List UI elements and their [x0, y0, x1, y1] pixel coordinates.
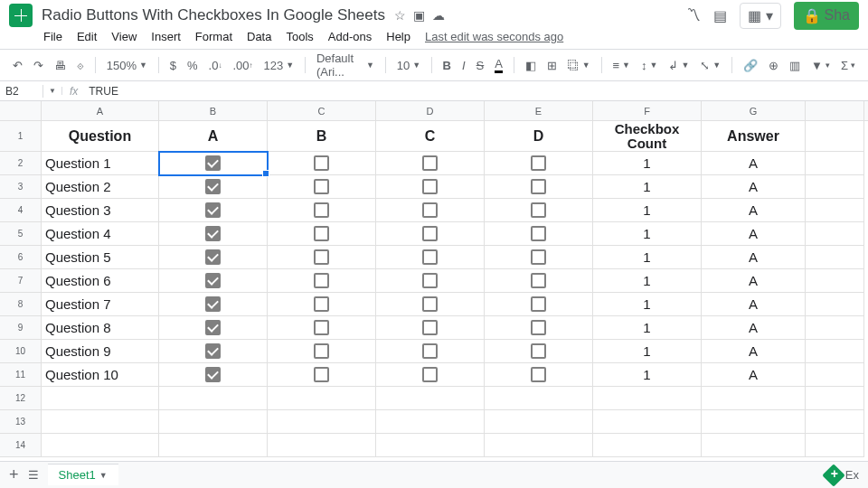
cell-B5[interactable] [159, 222, 268, 246]
row-header-1[interactable]: 1 [0, 121, 42, 152]
menu-data[interactable]: Data [247, 30, 271, 43]
cell-C6[interactable] [268, 246, 376, 269]
checkbox-icon[interactable] [531, 249, 546, 265]
checkbox-icon[interactable] [314, 273, 329, 288]
checkbox-icon[interactable] [531, 367, 546, 382]
cell-G10[interactable]: A [702, 340, 806, 363]
cell-extra[interactable] [806, 121, 864, 152]
checkbox-icon[interactable] [422, 249, 438, 265]
cell-D10[interactable] [376, 340, 485, 363]
checkbox-icon[interactable] [314, 202, 329, 218]
cell-G14[interactable] [702, 434, 806, 457]
cell-D8[interactable] [376, 293, 485, 316]
cell-A8[interactable]: Question 7 [42, 293, 159, 316]
cell-F12[interactable] [593, 387, 702, 410]
checkbox-icon[interactable] [531, 320, 546, 335]
row-header-11[interactable]: 11 [0, 363, 42, 387]
checkbox-icon[interactable] [422, 296, 438, 312]
cell-C11[interactable] [268, 363, 376, 387]
col-header-E[interactable]: E [485, 101, 593, 120]
cell-E5[interactable] [485, 222, 593, 246]
cell-A12[interactable] [42, 387, 159, 410]
cell-extra-7[interactable] [806, 269, 864, 293]
col-header-B[interactable]: B [159, 101, 268, 120]
cell-C10[interactable] [268, 340, 376, 363]
cell-G8[interactable]: A [702, 293, 806, 316]
cell-C3[interactable] [268, 175, 376, 199]
checkbox-icon[interactable] [422, 343, 438, 359]
cell-D11[interactable] [376, 363, 485, 387]
strike-button[interactable]: S [473, 57, 488, 74]
checkbox-icon[interactable] [422, 367, 438, 382]
formula-input[interactable]: TRUE [85, 85, 122, 98]
cell-C1[interactable]: B [268, 121, 376, 152]
add-sheet-button[interactable]: + [9, 465, 19, 484]
cell-G13[interactable] [702, 410, 806, 434]
checkbox-icon[interactable] [314, 155, 329, 171]
row-header-3[interactable]: 3 [0, 175, 42, 199]
cell-E3[interactable] [485, 175, 593, 199]
cell-D13[interactable] [376, 410, 485, 434]
doc-title[interactable]: Radio Buttons With Checkboxes In Google … [42, 6, 385, 24]
share-button[interactable]: 🔒 Sha [794, 2, 859, 30]
row-header-8[interactable]: 8 [0, 293, 42, 316]
cell-G4[interactable]: A [702, 199, 806, 222]
cell-extra-14[interactable] [806, 434, 864, 457]
cell-C5[interactable] [268, 222, 376, 246]
cell-D12[interactable] [376, 387, 485, 410]
cell-F10[interactable]: 1 [593, 340, 702, 363]
cell-extra-10[interactable] [806, 340, 864, 363]
cell-B14[interactable] [159, 434, 268, 457]
menu-tools[interactable]: Tools [286, 30, 313, 43]
checkbox-icon[interactable] [205, 202, 221, 218]
cell-F6[interactable]: 1 [593, 246, 702, 269]
cell-E1[interactable]: D [485, 121, 593, 152]
cell-E13[interactable] [485, 410, 593, 434]
cell-D5[interactable] [376, 222, 485, 246]
checkbox-icon[interactable] [531, 343, 546, 359]
checkbox-icon[interactable] [422, 320, 438, 335]
cell-B4[interactable] [159, 199, 268, 222]
cell-B3[interactable] [159, 175, 268, 199]
checkbox-icon[interactable] [422, 202, 438, 218]
cell-B11[interactable] [159, 363, 268, 387]
cell-extra-12[interactable] [806, 387, 864, 410]
cell-C4[interactable] [268, 199, 376, 222]
checkbox-icon[interactable] [314, 249, 329, 265]
cell-E4[interactable] [485, 199, 593, 222]
cell-D4[interactable] [376, 199, 485, 222]
rotate-button[interactable]: ⤡▼ [696, 57, 724, 74]
cell-extra-11[interactable] [806, 363, 864, 387]
cell-E7[interactable] [485, 269, 593, 293]
cell-A13[interactable] [42, 410, 159, 434]
filter-button[interactable]: ▼▾ [807, 57, 834, 74]
cell-D3[interactable] [376, 175, 485, 199]
cell-A7[interactable]: Question 6 [42, 269, 159, 293]
cell-D6[interactable] [376, 246, 485, 269]
checkbox-icon[interactable] [205, 179, 221, 194]
cell-F4[interactable]: 1 [593, 199, 702, 222]
functions-button[interactable]: Σ▾ [837, 57, 859, 74]
cell-G2[interactable]: A [702, 152, 806, 175]
checkbox-icon[interactable] [314, 343, 329, 359]
cell-E9[interactable] [485, 316, 593, 340]
checkbox-icon[interactable] [531, 202, 546, 218]
cell-D1[interactable]: C [376, 121, 485, 152]
row-header-14[interactable]: 14 [0, 434, 42, 457]
font-size-select[interactable]: 10▼ [393, 57, 424, 74]
fill-color-button[interactable]: ◧ [522, 57, 540, 74]
cell-B7[interactable] [159, 269, 268, 293]
checkbox-icon[interactable] [314, 179, 329, 194]
italic-button[interactable]: I [458, 57, 469, 74]
cell-extra-9[interactable] [806, 316, 864, 340]
cell-B9[interactable] [159, 316, 268, 340]
cell-E6[interactable] [485, 246, 593, 269]
col-header-G[interactable]: G [702, 101, 806, 120]
checkbox-icon[interactable] [314, 320, 329, 335]
cell-A1[interactable]: Question [42, 121, 159, 152]
more-formats-button[interactable]: 123▼ [259, 57, 297, 74]
checkbox-icon[interactable] [205, 249, 221, 265]
menu-help[interactable]: Help [386, 30, 410, 43]
checkbox-icon[interactable] [531, 179, 546, 194]
checkbox-icon[interactable] [205, 320, 221, 335]
